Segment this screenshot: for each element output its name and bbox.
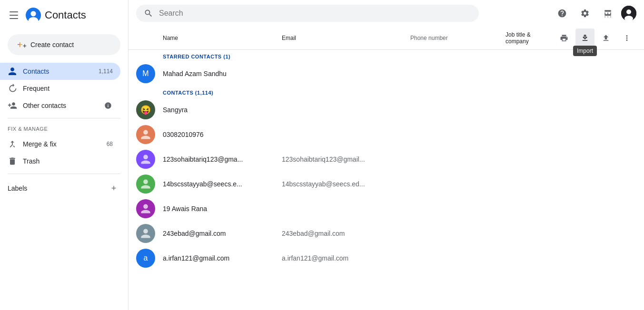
col-name-header: Name (163, 35, 282, 41)
column-headers: Name Email Phone number Job title & comp… (129, 27, 644, 50)
import-button-wrapper: Import (575, 29, 594, 48)
import-tooltip-text: Import (573, 46, 597, 56)
contact-email: 14bscsstayyab@seecs.ed... (282, 180, 410, 188)
sidebar-item-other-contacts[interactable]: Other contacts (0, 97, 120, 114)
contact-name: 14bscsstayyab@seecs.e... (163, 180, 274, 188)
col-job-header: Job title & company (505, 31, 555, 45)
svg-point-4 (626, 10, 631, 14)
contact-name: 03082010976 (163, 131, 274, 138)
contact-avatar: 😝 (136, 100, 155, 119)
contact-name: 243ebad@gmail.com (163, 230, 274, 237)
sidebar-item-merge[interactable]: Merge & fix 68 (0, 136, 120, 153)
sidebar: Contacts + Create contact Contacts 1,114… (0, 0, 129, 310)
sidebar-item-contacts[interactable]: Contacts 1,114 (0, 63, 120, 80)
contact-row[interactable]: 243ebad@gmail.com 243ebad@gmail.com (129, 221, 644, 246)
contact-avatar: a (136, 249, 155, 268)
person-add-icon (8, 101, 17, 110)
contact-row[interactable]: 19 Awais Rana (129, 196, 644, 221)
contact-row[interactable]: 14bscsstayyab@seecs.e... 14bscsstayyab@s… (129, 172, 644, 196)
contact-name: Sangyra (163, 106, 274, 114)
contact-row[interactable]: a a.irfan121@gmail.com a.irfan121@gmail.… (129, 246, 644, 271)
contact-row[interactable]: M Mahad Azam Sandhu (129, 61, 644, 86)
header-action-buttons: Import (555, 29, 636, 48)
merge-badge: 68 (107, 141, 113, 147)
labels-title: Labels (8, 184, 107, 192)
contact-email: a.irfan121@gmail.com (282, 254, 410, 262)
contact-avatar (136, 125, 155, 144)
sidebar-divider (8, 118, 120, 118)
contact-name: Mahad Azam Sandhu (163, 70, 274, 78)
main-content: Name Email Phone number Job title & comp… (129, 0, 644, 310)
search-input[interactable] (159, 9, 471, 18)
contact-list: STARRED CONTACTS (1) M Mahad Azam Sandhu… (129, 50, 644, 310)
labels-row: Labels + (0, 178, 128, 199)
contact-avatar (136, 174, 155, 194)
contact-avatar (136, 224, 155, 243)
trash-label: Trash (23, 157, 40, 165)
contact-avatar: M (136, 64, 155, 83)
contact-row[interactable]: 123sohaibtariq123@gma... 123sohaibtariq1… (129, 147, 644, 172)
frequent-label: Frequent (23, 85, 50, 92)
user-avatar[interactable] (621, 6, 636, 21)
contact-email: 123sohaibtariq123@gmail... (282, 155, 410, 163)
contacts-section-label: CONTACTS (1,114) (129, 86, 644, 97)
more-options-button[interactable] (617, 29, 636, 48)
contact-name: a.irfan121@gmail.com (163, 254, 274, 262)
sidebar-item-trash[interactable]: Trash (0, 153, 120, 170)
info-icon (103, 101, 113, 110)
contact-row[interactable]: 😝 Sangyra (129, 97, 644, 122)
starred-section-label: STARRED CONTACTS (1) (129, 50, 644, 61)
add-label-button[interactable]: + (107, 182, 120, 195)
contact-avatar (136, 199, 155, 218)
merge-label: Merge & fix (23, 140, 57, 148)
other-contacts-label: Other contacts (23, 102, 66, 109)
settings-button[interactable] (575, 4, 594, 23)
contacts-label: Contacts (23, 68, 49, 75)
hamburger-menu[interactable] (8, 10, 20, 21)
sidebar-divider-2 (8, 174, 120, 174)
contact-avatar (136, 150, 155, 169)
app-title: Contacts (45, 9, 86, 21)
person-icon (8, 67, 17, 76)
contact-name: 123sohaibtariq123@gma... (163, 155, 274, 163)
contact-name: 19 Awais Rana (163, 205, 274, 213)
merge-icon (8, 139, 17, 149)
contacts-badge: 1,114 (99, 68, 113, 75)
search-icon (144, 9, 153, 18)
sidebar-header: Contacts (0, 4, 128, 30)
contact-email: 243ebad@gmail.com (282, 230, 410, 237)
col-phone-header: Phone number (410, 35, 505, 41)
topbar (129, 0, 644, 27)
import-button[interactable] (575, 29, 594, 48)
col-email-header: Email (282, 35, 410, 41)
export-button[interactable] (596, 29, 615, 48)
apps-button[interactable] (598, 4, 617, 23)
fix-manage-title: Fix & manage (0, 122, 128, 136)
create-contact-button[interactable]: + Create contact (8, 34, 120, 55)
create-contact-label: Create contact (30, 41, 74, 48)
sidebar-item-frequent[interactable]: Frequent (0, 80, 120, 97)
app-logo: Contacts (26, 8, 86, 23)
contacts-logo-icon (26, 8, 41, 23)
contact-row[interactable]: 03082010976 (129, 122, 644, 147)
history-icon (8, 84, 17, 93)
trash-icon (8, 156, 17, 166)
svg-point-1 (30, 11, 36, 16)
topbar-actions (553, 4, 636, 23)
plus-icon: + (17, 40, 27, 49)
help-button[interactable] (553, 4, 572, 23)
search-bar[interactable] (136, 5, 479, 22)
print-button[interactable] (555, 29, 574, 48)
